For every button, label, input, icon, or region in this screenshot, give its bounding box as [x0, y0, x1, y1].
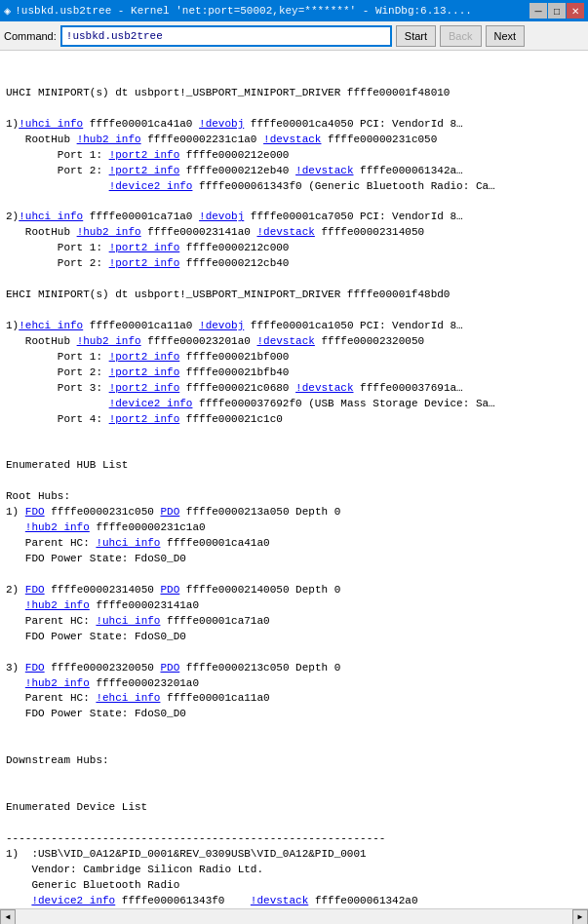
content-line	[6, 769, 582, 785]
debugger-link[interactable]: FDO	[25, 584, 45, 596]
horizontal-scrollbar[interactable]: ◀ ▶	[0, 908, 588, 924]
debugger-link[interactable]: !devstack	[295, 165, 353, 176]
text-span: 2)	[6, 584, 25, 596]
command-input[interactable]	[60, 25, 392, 47]
debugger-link[interactable]: !devstack	[263, 134, 321, 145]
content-line: 2)!uhci info ffffe00001ca71a0 !devobj ff…	[6, 210, 582, 225]
debugger-link[interactable]: !hub2 info	[77, 335, 141, 347]
close-button[interactable]: ✕	[567, 3, 584, 19]
content-line	[6, 303, 582, 319]
text-span: ffffe00000231c050	[321, 134, 437, 145]
debugger-link[interactable]: !port2 info	[109, 149, 180, 161]
text-span: ffffe00001ca71a0	[160, 615, 269, 627]
app-icon: ◈	[4, 4, 11, 19]
text-span: ffffe000021c0680	[179, 382, 295, 394]
debugger-link[interactable]: PDO	[160, 662, 179, 674]
debugger-link[interactable]: !ehci info	[96, 692, 160, 704]
text-span: ffffe0000213a050 Depth 0	[179, 506, 340, 518]
debugger-link[interactable]: !hub2 info	[25, 521, 90, 533]
text-span: 1)	[6, 320, 19, 331]
debugger-link[interactable]: !device2 info	[31, 895, 115, 906]
debugger-link[interactable]: !port2 info	[109, 165, 180, 176]
text-span	[6, 895, 31, 906]
content-line	[6, 428, 582, 443]
debugger-link[interactable]: !device2 info	[109, 180, 193, 192]
debugger-link[interactable]: !hub2 info	[77, 134, 141, 145]
text-span: Parent HC:	[6, 615, 96, 627]
debugger-link[interactable]: !port2 info	[109, 382, 180, 394]
text-span: ffffe000061343f0 (Generic Bluetooth Radi…	[192, 180, 494, 192]
text-span: Parent HC:	[6, 692, 96, 704]
debugger-link[interactable]: !port2 info	[109, 257, 180, 269]
debugger-link[interactable]: !uhci info	[96, 537, 160, 549]
text-span: ffffe00001ca1050 PCI: VendorId 8…	[244, 320, 462, 331]
debugger-link[interactable]: PDO	[160, 506, 179, 518]
hscroll-track[interactable]	[16, 909, 572, 924]
next-button[interactable]: Next	[486, 25, 526, 47]
debugger-link[interactable]: !devobj	[199, 118, 244, 130]
debugger-link[interactable]: !device2 info	[109, 398, 193, 409]
content-line: Port 2: !port2 info ffffe0000212eb40 !de…	[6, 164, 582, 179]
text-span: ffffe0000231c050	[45, 506, 161, 518]
text-span: ffffe000061342a…	[354, 165, 463, 176]
content-line	[6, 785, 582, 800]
content-line: !hub2 info ffffe00000231c1a0	[6, 520, 582, 536]
content-line: Vendor: Cambridge Silicon Radio Ltd.	[6, 863, 582, 878]
debugger-link[interactable]: !port2 info	[109, 413, 180, 425]
maximize-button[interactable]: □	[548, 3, 566, 19]
debugger-link[interactable]: !devstack	[256, 335, 314, 347]
debugger-link[interactable]: !devstack	[256, 226, 314, 238]
debugger-link[interactable]: FDO	[25, 506, 45, 518]
content-line	[6, 474, 582, 489]
text-span: ffffe00002231c1a0	[141, 134, 263, 145]
debugger-link[interactable]: !ehci info	[19, 320, 83, 331]
toolbar: Command: Start Back Next	[0, 21, 588, 51]
text-span: ffffe0000212eb40	[179, 165, 295, 176]
content-line: Parent HC: !ehci info ffffe00001ca11a0	[6, 691, 582, 707]
debugger-link[interactable]: FDO	[25, 662, 45, 674]
text-span: ffffe00001ca41a0	[83, 118, 199, 130]
debugger-link[interactable]: !devobj	[199, 320, 244, 331]
text-span: Port 4:	[6, 413, 109, 425]
content-line: Port 1: !port2 info ffffe000021bf000	[6, 350, 582, 366]
debugger-link[interactable]: !devstack	[295, 382, 353, 394]
hscroll-right-button[interactable]: ▶	[572, 909, 588, 925]
debugger-link[interactable]: !uhci info	[19, 211, 83, 222]
debugger-link[interactable]: !hub2 info	[77, 226, 141, 238]
debugger-link[interactable]: !port2 info	[109, 366, 180, 378]
debugger-link[interactable]: !uhci info	[19, 118, 83, 130]
content-line: Port 2: !port2 info ffffe0000212cb40	[6, 256, 582, 272]
text-span: ffffe000021bf000	[179, 351, 289, 363]
debugger-link[interactable]: !port2 info	[109, 242, 180, 253]
text-span: ffffe00000231c1a0	[90, 521, 206, 533]
debugger-link[interactable]: !devstack	[251, 895, 308, 906]
text-span	[6, 599, 25, 611]
content-area: UHCI MINIPORT(s) dt usbport!_USBPORT_MIN…	[6, 55, 582, 908]
text-span: ffffe000023141a0	[141, 226, 257, 238]
debugger-link[interactable]: !devobj	[199, 211, 244, 222]
content-line: !device2 info ffffe000061343f0 (Generic …	[6, 179, 582, 195]
content-line: RootHub !hub2 info ffffe000023201a0 !dev…	[6, 334, 582, 350]
text-span: ffffe00001ca11a0	[83, 320, 199, 331]
text-span: ffffe00001ca41a0	[160, 537, 269, 549]
text-span: ffffe000037692f0 (USB Mass Storage Devic…	[192, 398, 494, 409]
content-line: Port 3: !port2 info ffffe000021c0680 !de…	[6, 381, 582, 397]
content-line: Enumerated HUB List	[6, 458, 582, 474]
debugger-link[interactable]: !port2 info	[109, 351, 180, 363]
hscroll-left-button[interactable]: ◀	[0, 909, 16, 925]
content-line: !hub2 info ffffe000023201a0	[6, 676, 582, 692]
debugger-link[interactable]: PDO	[160, 584, 179, 596]
content-line: Port 2: !port2 info ffffe000021bfb40	[6, 366, 582, 381]
back-button[interactable]: Back	[440, 25, 481, 47]
text-span: ffffe000023201a0	[90, 677, 199, 689]
text-span: Parent HC:	[6, 537, 96, 549]
debugger-link[interactable]: !hub2 info	[25, 599, 90, 611]
content-line: 1)!ehci info ffffe00001ca11a0 !devobj ff…	[6, 319, 582, 334]
main-content[interactable]: UHCI MINIPORT(s) dt usbport!_USBPORT_MIN…	[0, 51, 588, 908]
minimize-button[interactable]: ─	[529, 3, 547, 19]
start-button[interactable]: Start	[396, 25, 436, 47]
debugger-link[interactable]: !hub2 info	[25, 677, 90, 689]
text-span: ffffe00001ca7050 PCI: VendorId 8…	[244, 211, 462, 222]
text-span: ffffe000021c1c0	[179, 413, 283, 425]
debugger-link[interactable]: !uhci info	[96, 615, 160, 627]
